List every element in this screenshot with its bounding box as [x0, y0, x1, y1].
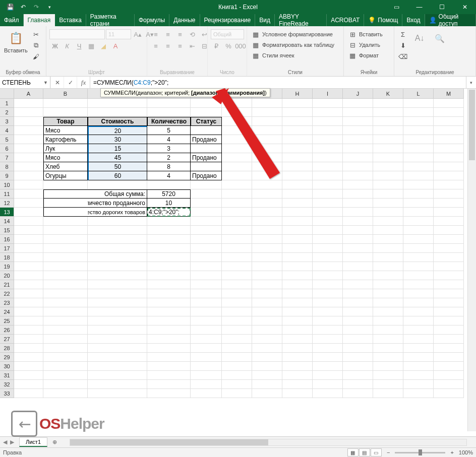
fill-icon[interactable]: ⬇	[397, 40, 408, 50]
cell[interactable]	[434, 344, 464, 353]
cell[interactable]	[252, 162, 282, 171]
comma-icon[interactable]: 000	[235, 41, 246, 51]
cell[interactable]	[222, 325, 252, 335]
row-header[interactable]: 1	[0, 99, 14, 108]
cell[interactable]	[43, 217, 88, 226]
cell[interactable]	[282, 380, 313, 389]
cell[interactable]	[88, 226, 147, 235]
cell[interactable]	[191, 144, 222, 153]
cell[interactable]	[434, 199, 464, 208]
qat-customize-icon[interactable]: ▾	[43, 1, 55, 13]
cell[interactable]	[403, 271, 434, 280]
cell[interactable]: 50	[88, 162, 147, 171]
cell[interactable]	[282, 171, 313, 180]
cell[interactable]	[403, 126, 434, 135]
cell[interactable]	[313, 162, 343, 171]
fill-color-icon[interactable]: ◢	[98, 41, 109, 51]
cell[interactable]	[373, 253, 403, 262]
cell[interactable]	[43, 253, 88, 262]
cell[interactable]	[252, 226, 282, 235]
cell[interactable]	[434, 244, 464, 253]
cell[interactable]	[313, 298, 343, 307]
row-header[interactable]: 29	[0, 353, 14, 362]
row-header[interactable]: 25	[0, 316, 14, 325]
cell[interactable]	[191, 253, 222, 262]
cell[interactable]	[373, 280, 403, 289]
cell[interactable]	[88, 108, 147, 117]
cell[interactable]	[14, 244, 43, 253]
cell[interactable]	[252, 108, 282, 117]
cell[interactable]	[434, 108, 464, 117]
cell[interactable]	[222, 99, 252, 108]
page-layout-view-button[interactable]: ▤	[359, 448, 370, 456]
col-header[interactable]: J	[343, 89, 373, 99]
cell[interactable]	[191, 325, 222, 335]
row-header[interactable]: 2	[0, 108, 14, 117]
cell[interactable]	[403, 353, 434, 362]
cell[interactable]	[403, 298, 434, 307]
cell[interactable]	[403, 153, 434, 162]
cell[interactable]	[403, 135, 434, 144]
cell[interactable]	[88, 298, 147, 307]
cell[interactable]	[403, 217, 434, 226]
cell[interactable]	[313, 289, 343, 298]
cell[interactable]	[222, 307, 252, 316]
tab-review[interactable]: Рецензирование	[200, 14, 256, 26]
cell[interactable]	[403, 180, 434, 189]
cell[interactable]	[147, 307, 191, 316]
cell[interactable]	[282, 253, 313, 262]
cell[interactable]	[313, 108, 343, 117]
cell[interactable]	[434, 353, 464, 362]
cell[interactable]	[14, 171, 43, 180]
zoom-level[interactable]: 100%	[459, 449, 473, 455]
row-header[interactable]: 12	[0, 199, 14, 208]
cell[interactable]	[373, 162, 403, 171]
cell[interactable]	[222, 244, 252, 253]
cell[interactable]	[191, 344, 222, 353]
page-break-view-button[interactable]: ▭	[371, 448, 382, 456]
cell[interactable]	[191, 244, 222, 253]
tab-abbyy[interactable]: ABBYY FineReade	[275, 14, 327, 26]
cell[interactable]	[373, 217, 403, 226]
cell[interactable]	[373, 108, 403, 117]
cell[interactable]	[222, 298, 252, 307]
cell[interactable]	[434, 226, 464, 235]
cell[interactable]	[252, 344, 282, 353]
cell[interactable]	[43, 235, 88, 244]
row-header[interactable]: 17	[0, 244, 14, 253]
cell[interactable]	[252, 262, 282, 271]
cell[interactable]	[43, 189, 88, 199]
cell[interactable]	[313, 353, 343, 362]
cell[interactable]	[191, 189, 222, 199]
cell[interactable]: Огурцы	[43, 171, 88, 180]
cell[interactable]	[14, 189, 43, 199]
cell[interactable]	[222, 117, 252, 126]
cell[interactable]	[191, 371, 222, 380]
cell[interactable]	[343, 371, 373, 380]
cell[interactable]	[282, 108, 313, 117]
cell[interactable]	[282, 144, 313, 153]
cell[interactable]	[252, 144, 282, 153]
cell[interactable]	[434, 262, 464, 271]
cell[interactable]	[14, 253, 43, 262]
cell[interactable]	[191, 362, 222, 371]
cell[interactable]	[313, 235, 343, 244]
cell[interactable]	[43, 307, 88, 316]
cell[interactable]	[343, 180, 373, 189]
cell[interactable]: 5720	[147, 189, 191, 199]
cell[interactable]	[147, 298, 191, 307]
row-header[interactable]: 13	[0, 208, 14, 217]
cell[interactable]	[343, 144, 373, 153]
cell[interactable]	[343, 280, 373, 289]
row-header[interactable]: 32	[0, 380, 14, 389]
cell[interactable]	[252, 335, 282, 344]
bold-icon[interactable]: Ж	[49, 41, 61, 51]
cell[interactable]	[282, 244, 313, 253]
cell[interactable]	[43, 389, 88, 398]
cell[interactable]: 15	[88, 144, 147, 153]
cell[interactable]	[252, 180, 282, 189]
cell[interactable]	[252, 353, 282, 362]
row-header[interactable]: 33	[0, 389, 14, 398]
cell[interactable]	[343, 325, 373, 335]
cell[interactable]	[282, 271, 313, 280]
